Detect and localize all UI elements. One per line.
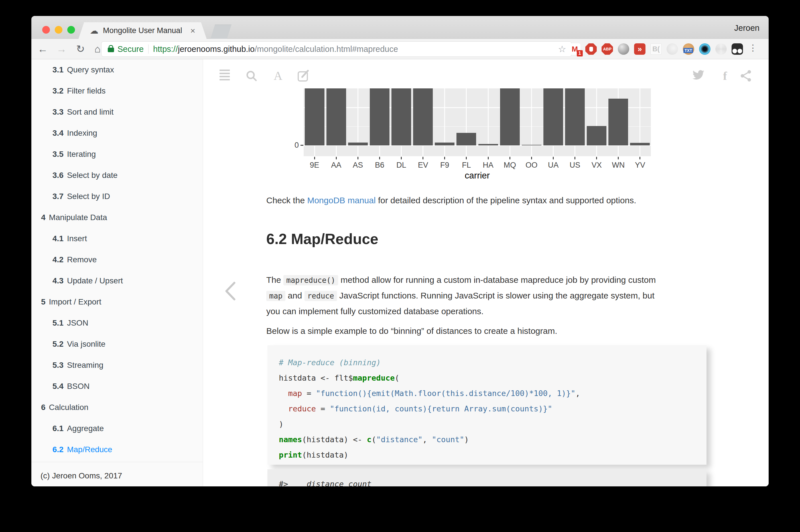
x-tick-label: B6 (368, 161, 391, 170)
toc-label: Manipulate Data (49, 213, 107, 222)
bi-icon[interactable]: B( (650, 43, 662, 55)
tab-close-icon[interactable]: × (190, 26, 195, 36)
toc-label: Remove (67, 255, 97, 264)
x-tick-label: DL (390, 161, 413, 170)
v-gridline (488, 88, 489, 156)
bar-F9 (435, 142, 455, 146)
facebook-icon[interactable]: f (723, 70, 727, 82)
sidebar-item-bson[interactable]: 5.4BSON (31, 376, 203, 397)
code-token: names (279, 435, 302, 444)
toc-label: Select by date (67, 171, 117, 180)
sidebar-item-map-reduce[interactable]: 6.2Map/Reduce (31, 439, 203, 460)
code-token: mapreduce (353, 374, 395, 382)
x-tick (596, 157, 597, 159)
url-field[interactable]: Secure https:// jeroenooms.github.io /mo… (101, 41, 572, 57)
toc-label: Iterating (67, 150, 96, 159)
sidebar-item-sort-and-limit[interactable]: 3.3Sort and limit (31, 101, 203, 122)
bar-MQ (500, 88, 520, 146)
eye-icon[interactable] (699, 43, 710, 55)
sidebar-item-select-by-date[interactable]: 3.6Select by date (31, 165, 203, 186)
toc-number: 5.1 (53, 319, 63, 328)
code-token: "distance" (376, 435, 422, 444)
bar-WN (608, 99, 628, 146)
x-tick (574, 157, 575, 159)
zoom-window-button[interactable] (67, 26, 75, 34)
toc-number: 6.2 (53, 445, 63, 454)
profile-name[interactable]: Jeroen (734, 23, 760, 33)
toc-number: 4.1 (53, 234, 63, 243)
adblock-plus-icon[interactable]: ABP (602, 43, 613, 55)
lock-icon[interactable] (108, 48, 114, 52)
x-tick-label: AS (346, 161, 369, 170)
x-tick (466, 157, 467, 159)
sidebar-item-import-export[interactable]: 5Import / Export (31, 291, 203, 312)
toc-label: Query syntax (67, 65, 114, 74)
code-block[interactable]: # Map-reduce (binning)histdata <- flt$ma… (267, 345, 706, 465)
x-tick-label: US (564, 161, 587, 170)
sidebar-item-indexing[interactable]: 3.4Indexing (31, 122, 203, 144)
sidebar-item-aggregate[interactable]: 6.1Aggregate (31, 418, 203, 439)
sidebar-item-query-syntax[interactable]: 3.1Query syntax (31, 59, 203, 80)
address-bar: ← → ↻ ⌂ Secure https:// jeroenooms.githu… (31, 39, 769, 59)
font-icon[interactable]: A (274, 70, 282, 82)
sidebar-item-iterating[interactable]: 3.5Iterating (31, 144, 203, 165)
sidebar-item-manipulate-data[interactable]: 4Manipulate Data (31, 207, 203, 228)
sidebar-item-remove[interactable]: 4.2Remove (31, 249, 203, 270)
toc-number: 5 (41, 297, 45, 306)
sidebar-item-update-upsert[interactable]: 4.3Update / Upsert (31, 270, 203, 291)
minimize-window-button[interactable] (55, 26, 62, 34)
twitter-icon[interactable] (692, 70, 705, 82)
forward-icon[interactable]: → (54, 39, 69, 59)
x-tick-label: 9E (303, 161, 326, 170)
blob-icon[interactable] (667, 43, 678, 55)
code-line: names(histdata) <- c("distance", "count"… (279, 433, 695, 448)
bar-EV (413, 88, 433, 146)
refresh-icon[interactable]: ↻ (73, 39, 88, 59)
browser-menu-icon[interactable]: ⋮ (749, 43, 757, 53)
bar-DL (392, 88, 411, 146)
sidebar-item-streaming[interactable]: 5.3Streaming (31, 355, 203, 376)
cookie-txt-icon[interactable]: TXT (683, 43, 694, 55)
x-tick-label: YV (629, 161, 651, 170)
globe-icon[interactable] (618, 43, 629, 55)
gmail-icon[interactable]: M1 (569, 43, 580, 55)
browser-window: ☁ Mongolite User Manual × Jeroen ← → ↻ ⌂… (31, 16, 769, 487)
sidebar-item-insert[interactable]: 4.1Insert (31, 228, 203, 249)
bookmark-star-icon[interactable]: ☆ (558, 44, 566, 54)
sidebar-item-filter-fields[interactable]: 3.2Filter fields (31, 80, 203, 101)
code-token: c (367, 435, 372, 444)
stop-hand-icon[interactable] (585, 43, 597, 55)
x-tick (401, 157, 402, 159)
x-tick-label: WN (607, 161, 630, 170)
search-icon[interactable] (245, 70, 258, 82)
x-tick-label: UA (542, 161, 565, 170)
edit-icon[interactable] (297, 70, 310, 82)
link[interactable]: MongoDB manual (307, 195, 376, 205)
toc-number: 3.6 (53, 171, 63, 180)
bar-OO (522, 145, 541, 146)
previous-page-chevron-icon[interactable] (223, 281, 239, 302)
menu-icon[interactable] (220, 70, 230, 82)
share-icon[interactable] (740, 70, 752, 82)
back-icon[interactable]: ← (35, 39, 50, 59)
fast-forward-icon[interactable]: » (634, 43, 646, 55)
toc-label: Indexing (67, 129, 97, 138)
browser-tab[interactable]: ☁ Mongolite User Manual × (78, 22, 207, 39)
toc-label: Filter fields (67, 87, 106, 96)
sidebar-item-json[interactable]: 5.1JSON (31, 312, 203, 334)
sidebar-item-via-jsonlite[interactable]: 5.2Via jsonlite (31, 334, 203, 355)
close-window-button[interactable] (42, 26, 50, 34)
new-tab-button[interactable] (210, 24, 231, 39)
toc-number: 4.2 (53, 255, 63, 264)
sidebar-item-select-by-id[interactable]: 3.7Select by ID (31, 186, 203, 207)
toc-number: 4.3 (53, 276, 63, 285)
sidebar-item-calculation[interactable]: 6Calculation (31, 397, 203, 418)
v-gridline (358, 88, 358, 156)
glasses-icon[interactable] (731, 43, 743, 55)
toc-label: Calculation (49, 403, 89, 412)
pinwheel-icon[interactable] (715, 43, 727, 55)
toc-label: Insert (67, 234, 87, 243)
v-gridline (531, 88, 532, 156)
code-token: map (288, 389, 302, 398)
toc-number: 4 (41, 213, 45, 222)
